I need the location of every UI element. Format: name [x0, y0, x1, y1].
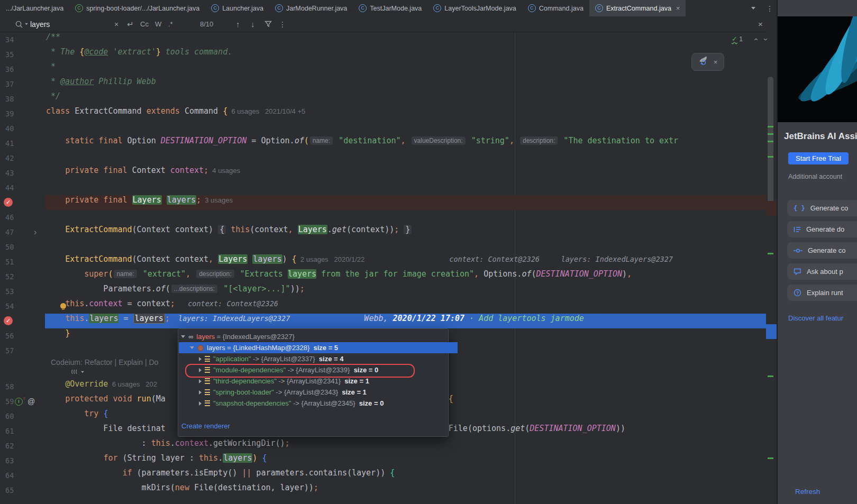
code-line-63[interactable]: 63 for (String layer : this.layers) { — [0, 453, 766, 468]
whole-words-toggle[interactable]: W — [155, 16, 161, 32]
gutter[interactable]: 41 — [0, 136, 45, 151]
gutter[interactable]: 54 — [0, 299, 45, 314]
next-occurrence-chevron-icon[interactable]: › — [762, 38, 771, 41]
gutter[interactable]: ✓ — [0, 314, 45, 328]
next-match-icon[interactable]: ↓ — [251, 16, 255, 32]
tab-6[interactable]: CLayerToolsJarMode.java — [427, 0, 522, 16]
chevron-down-icon[interactable] — [181, 335, 185, 338]
gutter[interactable]: 37 — [0, 77, 45, 91]
search-icon[interactable] — [15, 16, 29, 32]
breakpoint-icon[interactable]: ✓ — [4, 316, 13, 325]
previous-match-icon[interactable]: ↑ — [236, 16, 240, 32]
gutter[interactable]: 50 — [0, 240, 45, 254]
gutter[interactable]: 51 — [0, 254, 45, 269]
insert-newline-icon[interactable]: ↵ — [127, 16, 134, 32]
regenerate-icon[interactable] — [698, 57, 709, 68]
gutter[interactable]: 62 — [0, 438, 45, 453]
gutter[interactable]: 65 — [0, 483, 45, 498]
code-line-40[interactable]: 40 — [0, 121, 766, 136]
code-line-41[interactable]: 41 static final Option DESTINATION_OPTIO… — [0, 136, 766, 151]
tab-1[interactable]: .../JarLauncher.java — [0, 0, 69, 16]
search-options-menu-icon[interactable]: ⋮ — [279, 16, 286, 32]
tab-3[interactable]: CLauncher.java — [205, 0, 269, 16]
filter-icon[interactable] — [265, 16, 272, 32]
code-line-65[interactable]: 65 mkDirs(new File(destination, layer)); — [0, 483, 766, 498]
variable-row[interactable]: "spring-boot-loader" -> {ArrayList@2343}… — [179, 387, 467, 398]
breakpoint-line-mark[interactable] — [766, 201, 777, 216]
inspections-widget[interactable]: ✓ 1 — [732, 35, 743, 43]
code-line-46[interactable]: 46 — [0, 210, 766, 225]
tab-8[interactable]: CExtractCommand.java× — [589, 0, 686, 16]
close-chip-icon[interactable]: × — [714, 58, 718, 66]
variable-row[interactable]: "third-dependencies" -> {ArrayList@2341}… — [179, 375, 467, 387]
code-line-35[interactable]: 35 * The {@code 'extract'} tools command… — [0, 47, 766, 62]
ai-action-2-button[interactable]: Generate do — [787, 221, 857, 237]
chevron-right-icon[interactable] — [199, 368, 202, 372]
gutter[interactable]: 47› — [0, 225, 45, 240]
variable-row[interactable]: ∞layers = {IndexedLayers@2327} — [179, 331, 449, 342]
code-line-47[interactable]: 47› ExtractCommand(Context context) { th… — [0, 225, 766, 240]
gutter[interactable]: 39 — [0, 106, 45, 121]
gutter[interactable]: 36 — [0, 62, 45, 77]
tab-4[interactable]: CJarModeRunner.java — [269, 0, 353, 16]
ai-action-1-button[interactable]: { }Generate co — [787, 200, 857, 216]
search-match-mark[interactable] — [768, 141, 773, 142]
breakpoint-icon[interactable]: ✓ — [4, 198, 13, 207]
execution-line-mark[interactable] — [766, 324, 777, 339]
gutter[interactable]: 63 — [0, 453, 45, 468]
code-line-45[interactable]: ✓ private final Layers layers; 3 usages — [0, 195, 766, 210]
gutter[interactable]: 40 — [0, 121, 45, 136]
code-line-42[interactable]: 42 — [0, 151, 766, 166]
gutter[interactable]: 42 — [0, 151, 45, 166]
gutter[interactable]: 57 — [0, 343, 45, 358]
search-match-mark[interactable] — [768, 253, 773, 254]
intention-bulb-icon[interactable] — [60, 303, 66, 309]
code-line-53[interactable]: 53 Parameters.of(...descriptions: "[<lay… — [0, 284, 766, 299]
codeium-hint-text[interactable]: Codeium: Refactor | Explain | Do — [51, 358, 158, 366]
ai-action-4-button[interactable]: Ask about p — [787, 263, 857, 280]
gutter[interactable]: 35 — [0, 47, 45, 62]
gutter[interactable]: 64 — [0, 468, 45, 483]
search-match-mark[interactable] — [768, 156, 773, 158]
gutter[interactable]: 59I↑@ — [0, 394, 45, 409]
ai-action-3-button[interactable]: Generate co — [787, 242, 857, 259]
code-line-43[interactable]: 43 private final Context context; 4 usag… — [0, 166, 766, 180]
gutter[interactable]: 43 — [0, 166, 45, 180]
codeium-logo-icon[interactable] — [71, 369, 85, 375]
close-find-bar-icon[interactable]: × — [758, 16, 763, 32]
code-line-55[interactable]: ✓ this.layers = layers; layers: IndexedL… — [0, 314, 766, 328]
variable-row[interactable]: layers = {LinkedHashMap@2328} size = 5 — [179, 342, 458, 353]
gutter[interactable]: 44 — [0, 180, 45, 195]
gutter[interactable]: ✓ — [0, 195, 45, 210]
prev-occurrence-chevron-icon[interactable]: › — [751, 38, 760, 41]
code-line-52[interactable]: 52 super(name: "extract", description: "… — [0, 269, 766, 284]
gutter[interactable]: 46 — [0, 210, 45, 225]
search-match-mark[interactable] — [768, 457, 773, 459]
chevron-down-icon[interactable] — [190, 346, 194, 349]
variable-row[interactable]: "module-dependencies" -> {ArrayList@2339… — [179, 364, 467, 375]
gutter[interactable]: 53 — [0, 284, 45, 299]
code-line-37[interactable]: 37 * @author Phillip Webb — [0, 77, 766, 91]
close-tab-icon[interactable]: × — [676, 4, 680, 12]
create-renderer-link[interactable]: Create renderer — [181, 422, 230, 430]
code-line-50[interactable]: 50 — [0, 240, 766, 254]
refresh-link[interactable]: Refresh — [795, 488, 820, 496]
gutter[interactable]: 58 — [0, 379, 45, 394]
fold-arrow-icon[interactable]: › — [34, 225, 37, 239]
gutter[interactable]: 38 — [0, 91, 45, 106]
code-line-51[interactable]: 51 ExtractCommand(Context context, Layer… — [0, 254, 766, 269]
search-match-mark[interactable] — [768, 133, 773, 135]
search-input[interactable]: layers — [30, 16, 50, 32]
chevron-right-icon[interactable] — [199, 379, 202, 383]
gutter[interactable]: 60 — [0, 409, 45, 424]
code-line-34[interactable]: 34/** — [0, 32, 766, 47]
implements-marker-icon[interactable]: I — [15, 398, 23, 406]
gutter[interactable]: 34 — [0, 32, 45, 47]
code-line-44[interactable]: 44 — [0, 180, 766, 195]
match-case-toggle[interactable]: Cc — [140, 16, 149, 32]
search-match-mark[interactable] — [768, 375, 773, 377]
tab-overflow-chevron-icon[interactable] — [751, 0, 755, 16]
code-line-54[interactable]: 54 this.context = context; context: Cont… — [0, 299, 766, 314]
tab-options-menu-icon[interactable]: ⋮ — [766, 0, 773, 16]
chevron-right-icon[interactable] — [199, 390, 202, 395]
